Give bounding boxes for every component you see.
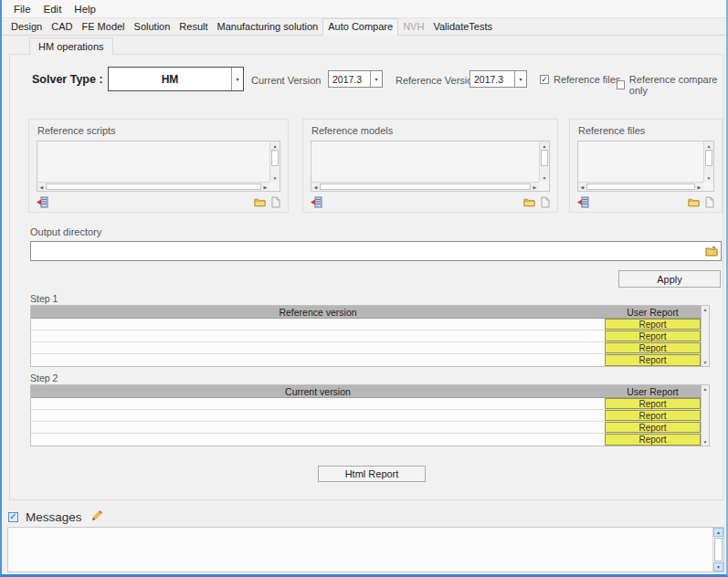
scroll-left-icon[interactable]: ◀ (37, 183, 46, 191)
vertical-scrollbar[interactable]: ▲ ▼ (702, 305, 710, 367)
scroll-up-icon[interactable]: ▲ (713, 528, 723, 537)
report-button[interactable]: Report (605, 342, 701, 353)
horizontal-scrollbar[interactable]: ◀ ▶ (578, 182, 703, 191)
messages-textarea[interactable] (8, 528, 712, 572)
scroll-left-icon[interactable]: ◀ (578, 183, 586, 191)
scroll-up-icon[interactable]: ▲ (270, 142, 280, 150)
horizontal-scrollbar[interactable]: ◀ ▶ (311, 182, 539, 191)
apply-button[interactable]: Apply (618, 270, 721, 288)
tab-fe-model[interactable]: FE Model (77, 19, 129, 35)
table-row[interactable]: Report (31, 354, 701, 366)
scroll-up-icon[interactable]: ▲ (704, 142, 713, 150)
report-button[interactable]: Report (605, 398, 701, 409)
reference-compare-only-checkbox[interactable]: Reference compare only (617, 74, 723, 96)
horizontal-scrollbar[interactable]: ◀ ▶ (37, 182, 269, 191)
reference-scripts-title: Reference scripts (37, 125, 116, 136)
tab-nvh[interactable]: NVH (398, 19, 428, 35)
report-button[interactable]: Report (605, 319, 701, 330)
scrollbar-thumb[interactable] (705, 150, 712, 166)
html-report-button[interactable]: Html Report (318, 466, 426, 482)
scroll-down-icon[interactable]: ▼ (713, 562, 723, 572)
scroll-down-icon[interactable]: ▼ (540, 173, 549, 182)
reference-models-listbox[interactable]: ▲ ▼ ◀ ▶ (311, 141, 550, 192)
remove-item-icon[interactable] (311, 196, 322, 208)
report-button[interactable]: Report (605, 330, 701, 341)
scrollbar-thumb[interactable] (586, 184, 695, 190)
vertical-scrollbar[interactable]: ▲ ▼ (703, 142, 713, 182)
scroll-up-icon[interactable]: ▲ (540, 142, 549, 150)
open-file-icon[interactable] (705, 196, 714, 208)
open-folder-icon[interactable] (688, 197, 700, 207)
scroll-down-icon[interactable]: ▼ (270, 173, 280, 182)
scroll-down-icon[interactable]: ▼ (702, 359, 709, 366)
report-button[interactable]: Report (605, 434, 701, 446)
tab-design[interactable]: Design (6, 19, 47, 35)
edit-pencil-icon[interactable] (90, 509, 102, 525)
output-directory-field (30, 241, 722, 261)
tab-manufacturing-solution[interactable]: Manufacturing solution (213, 19, 323, 35)
browse-folder-icon[interactable] (702, 246, 721, 257)
checkbox-checked-icon: ✓ (540, 75, 549, 84)
output-directory-input[interactable] (31, 242, 702, 260)
report-button[interactable]: Report (605, 354, 701, 366)
tab-result[interactable]: Result (174, 19, 212, 35)
scroll-up-icon[interactable]: ▲ (702, 385, 709, 393)
report-button[interactable]: Report (605, 410, 701, 421)
menu-help[interactable]: Help (68, 2, 102, 16)
scroll-up-icon[interactable]: ▲ (702, 306, 709, 313)
table-row[interactable]: Report (31, 319, 701, 330)
chevron-down-icon[interactable]: ▾ (231, 68, 243, 90)
reference-scripts-listbox[interactable]: ▲ ▼ ◀ ▶ (37, 141, 280, 192)
scrollbar-thumb[interactable] (541, 150, 548, 166)
reference-files-listbox[interactable]: ▲ ▼ ◀ ▶ (577, 141, 714, 192)
solver-type-combobox[interactable]: HM ▾ (108, 67, 244, 91)
remove-item-icon[interactable] (577, 196, 589, 208)
open-folder-icon[interactable] (254, 197, 266, 207)
current-version-combobox[interactable]: 2017.3 ▾ (328, 70, 383, 88)
reference-files-label: Reference files (554, 74, 620, 85)
table-row[interactable]: Report (31, 398, 701, 410)
vertical-scrollbar[interactable]: ▲ ▼ (702, 384, 710, 446)
step1-label: Step 1 (30, 293, 58, 304)
tab-validatetests[interactable]: ValidateTests (428, 19, 497, 35)
vertical-scrollbar[interactable]: ▲ ▼ (539, 142, 549, 182)
scrollbar-thumb[interactable] (271, 150, 279, 166)
user-report-column-header: User Report (605, 306, 701, 318)
open-folder-icon[interactable] (523, 197, 535, 207)
reference-scripts-group: Reference scripts ▲ ▼ ◀ ▶ (28, 119, 289, 213)
reference-files-checkbox[interactable]: ✓ Reference files (540, 74, 620, 85)
messages-checkbox[interactable]: ✓ (8, 512, 18, 522)
open-file-icon[interactable] (541, 196, 550, 208)
chevron-down-icon[interactable]: ▾ (514, 71, 526, 87)
tab-solution[interactable]: Solution (130, 19, 175, 35)
remove-item-icon[interactable] (37, 196, 48, 208)
scroll-down-icon[interactable]: ▼ (702, 438, 709, 446)
scrollbar-thumb[interactable] (46, 184, 261, 190)
scroll-right-icon[interactable]: ▶ (261, 183, 269, 191)
table-row[interactable]: Report (31, 342, 701, 354)
vertical-scrollbar[interactable]: ▲ ▼ (269, 142, 280, 182)
scroll-down-icon[interactable]: ▼ (704, 173, 713, 182)
scroll-left-icon[interactable]: ◀ (311, 183, 320, 191)
scroll-right-icon[interactable]: ▶ (531, 183, 539, 191)
table-row[interactable]: Report (31, 434, 701, 446)
table-row[interactable]: Report (31, 410, 701, 422)
scrollbar-thumb[interactable] (320, 184, 531, 190)
main-tab-bar: Design CAD FE Model Solution Result Manu… (2, 20, 726, 36)
tab-cad[interactable]: CAD (47, 19, 77, 35)
vertical-scrollbar[interactable]: ▲ ▼ (712, 528, 723, 572)
subtab-hm-operations[interactable]: HM operations (29, 37, 113, 55)
scrollbar-thumb[interactable] (714, 538, 723, 561)
menu-edit[interactable]: Edit (37, 2, 69, 16)
table-row[interactable]: Report (31, 422, 701, 434)
reference-version-combobox[interactable]: 2017.3 ▾ (470, 70, 527, 88)
scroll-right-icon[interactable]: ▶ (695, 183, 703, 191)
table-row[interactable]: Report (31, 330, 701, 342)
hm-operations-panel: Solver Type : HM ▾ Current Version 2017.… (9, 54, 723, 500)
open-file-icon[interactable] (271, 196, 280, 208)
tab-auto-compare[interactable]: Auto Compare (322, 18, 398, 36)
reference-models-title: Reference models (311, 125, 393, 136)
menu-file[interactable]: File (7, 2, 37, 16)
chevron-down-icon[interactable]: ▾ (370, 71, 382, 87)
report-button[interactable]: Report (605, 422, 701, 433)
